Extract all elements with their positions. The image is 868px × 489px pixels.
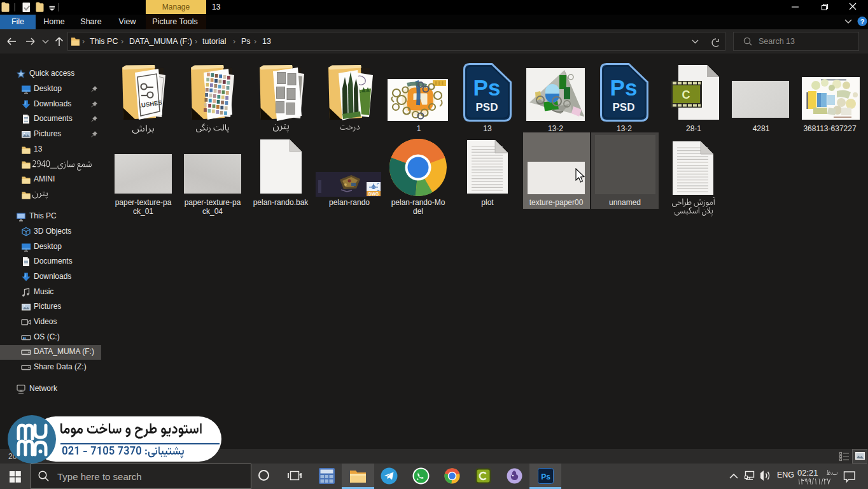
- svg-text:PSD: PSD: [476, 101, 498, 113]
- svg-text:?: ?: [860, 18, 865, 25]
- svg-text:C: C: [682, 89, 690, 101]
- svg-text:Ps: Ps: [541, 472, 550, 481]
- svg-text:Ps: Ps: [610, 75, 638, 100]
- svg-text:Ps: Ps: [473, 75, 501, 100]
- svg-text:PSD: PSD: [613, 101, 635, 113]
- svg-text:DWG: DWG: [368, 192, 379, 196]
